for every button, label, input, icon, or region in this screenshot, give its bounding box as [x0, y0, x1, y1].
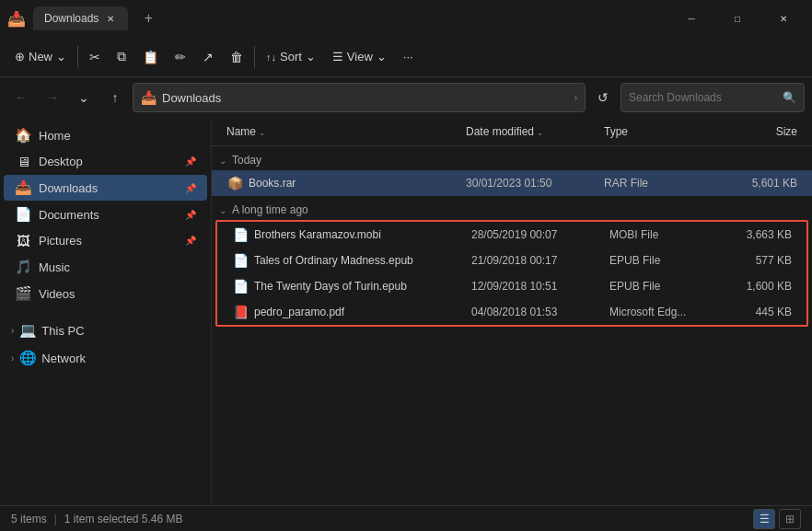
downloads-label: Downloads: [39, 181, 178, 195]
col-header-date[interactable]: Date modified ⌄: [458, 121, 597, 142]
sidebar-item-downloads[interactable]: 📥 Downloads 📌: [4, 175, 207, 201]
file-name-tales-ordinary-madness: 📄 Tales of Ordinary Madness.epub: [225, 253, 464, 268]
sort-updown-icon: ↑↓: [266, 52, 276, 63]
tales-ordinary-madness-type: EPUB File: [602, 254, 713, 267]
app-icon: 📥: [7, 10, 26, 28]
recent-locations-button[interactable]: ⌄: [70, 84, 98, 111]
new-chevron-icon: ⌄: [56, 50, 66, 63]
path-label: Downloads: [162, 91, 569, 105]
brothers-karamazov-type: MOBI File: [602, 228, 713, 241]
tales-ordinary-madness-name: Tales of Ordinary Madness.epub: [254, 254, 413, 267]
sidebar-item-videos[interactable]: 🎬 Videos: [4, 281, 207, 306]
file-area: Name ⌄ Date modified ⌄ Type Size ⌄ Today…: [212, 118, 812, 505]
view-button[interactable]: ☰ View ⌄: [325, 45, 394, 68]
forward-button[interactable]: →: [39, 84, 66, 111]
brothers-karamazov-name: Brothers Karamazov.mobi: [254, 228, 381, 241]
list-view-button[interactable]: ☰: [753, 509, 775, 529]
tab-downloads[interactable]: Downloads ✕: [33, 6, 128, 30]
view-toggle-group: ☰ ⊞: [753, 509, 801, 529]
file-row-pedro-paramo[interactable]: 📕 pedro_paramo.pdf 04/08/2018 01:53 Micr…: [217, 299, 806, 325]
documents-icon: 📄: [15, 206, 31, 223]
file-row-brothers-karamazov[interactable]: 📄 Brothers Karamazov.mobi 28/05/2019 00:…: [217, 222, 806, 248]
sidebar-item-documents[interactable]: 📄 Documents 📌: [4, 202, 207, 227]
more-options-button[interactable]: ···: [396, 45, 421, 68]
maximize-button[interactable]: □: [716, 6, 759, 31]
new-label: New: [29, 50, 52, 63]
main-content: 🏠 Home 🖥 Desktop 📌 📥 Downloads 📌 📄 Docum…: [0, 118, 812, 505]
epub-icon-1: 📄: [232, 253, 249, 268]
brothers-karamazov-date: 28/05/2019 00:07: [464, 228, 602, 241]
title-bar: 📥 Downloads ✕ + ─ □ ✕: [0, 0, 812, 37]
cut-button[interactable]: ✂: [82, 45, 108, 69]
file-name-books-rar: 📦 Books.rar: [219, 176, 458, 190]
search-input[interactable]: [629, 91, 777, 104]
twenty-days-turin-size: 1,600 KB: [713, 280, 799, 293]
rar-icon: 📦: [226, 176, 243, 190]
twenty-days-turin-name: The Twenty Days of Turin.epub: [254, 280, 407, 293]
view-chevron-icon: ⌄: [377, 50, 387, 63]
detail-view-icon: ⊞: [785, 513, 795, 525]
sort-button[interactable]: ↑↓ Sort ⌄: [259, 45, 323, 68]
group-longtime[interactable]: ⌄ A long time ago: [212, 196, 812, 220]
sidebar-item-desktop[interactable]: 🖥 Desktop 📌: [4, 149, 207, 174]
longtime-label: A long time ago: [232, 203, 308, 216]
file-row-books-rar[interactable]: 📦 Books.rar 30/01/2023 01:50 RAR File 5,…: [212, 170, 812, 196]
minimize-button[interactable]: ─: [670, 6, 713, 31]
rename-button[interactable]: ✏: [168, 45, 193, 69]
desktop-icon: 🖥: [15, 154, 31, 169]
status-separator: |: [54, 513, 57, 525]
pictures-icon: 🖼: [15, 233, 31, 248]
up-button[interactable]: ↑: [101, 84, 129, 111]
desktop-label: Desktop: [39, 155, 178, 168]
sidebar-item-pictures[interactable]: 🖼 Pictures 📌: [4, 228, 207, 253]
file-row-tales-ordinary-madness[interactable]: 📄 Tales of Ordinary Madness.epub 21/09/2…: [217, 248, 806, 273]
documents-pin-icon: 📌: [185, 210, 196, 220]
address-path[interactable]: 📥 Downloads ›: [133, 83, 586, 112]
sidebar-group-network[interactable]: › 🌐 Network: [4, 344, 207, 370]
videos-icon: 🎬: [15, 285, 31, 302]
cut-icon: ✂: [89, 50, 100, 64]
search-icon: 🔍: [783, 91, 796, 104]
group-today[interactable]: ⌄ Today: [212, 146, 812, 170]
col-header-type[interactable]: Type: [597, 121, 707, 142]
view-label: View: [347, 50, 373, 63]
sidebar: 🏠 Home 🖥 Desktop 📌 📥 Downloads 📌 📄 Docum…: [0, 118, 212, 505]
sort-label: Sort: [280, 50, 302, 63]
sidebar-item-home[interactable]: 🏠 Home: [4, 122, 207, 148]
copy-icon: ⧉: [117, 49, 126, 64]
search-box[interactable]: 🔍: [621, 83, 805, 112]
col-header-name[interactable]: Name ⌄: [219, 121, 458, 142]
back-button[interactable]: ←: [7, 84, 35, 111]
pdf-icon: 📕: [232, 305, 249, 319]
list-view-icon: ☰: [760, 513, 770, 525]
file-name-twenty-days-turin: 📄 The Twenty Days of Turin.epub: [225, 279, 464, 294]
downloads-icon: 📥: [15, 179, 31, 196]
column-header: Name ⌄ Date modified ⌄ Type Size: [212, 118, 812, 146]
detail-view-button[interactable]: ⊞: [779, 509, 801, 529]
copy-button[interactable]: ⧉: [110, 44, 133, 69]
pictures-pin-icon: 📌: [185, 236, 196, 246]
pedro-paramo-type: Microsoft Edg...: [602, 306, 713, 318]
books-rar-date: 30/01/2023 01:50: [458, 177, 597, 190]
network-icon: 🌐: [19, 350, 36, 366]
thispc-chevron-icon: ›: [11, 326, 14, 336]
new-icon: ⊕: [15, 50, 25, 63]
music-label: Music: [39, 260, 196, 274]
today-chevron-icon: ⌄: [219, 156, 226, 166]
share-button[interactable]: ↗: [195, 45, 221, 69]
selected-info: 1 item selected 5.46 MB: [64, 513, 183, 525]
file-row-twenty-days-turin[interactable]: 📄 The Twenty Days of Turin.epub 12/09/20…: [217, 273, 806, 299]
new-button[interactable]: ⊕ New ⌄: [7, 45, 74, 68]
paste-button[interactable]: 📋: [135, 45, 166, 69]
rename-icon: ✏: [175, 50, 186, 64]
delete-button[interactable]: 🗑: [223, 45, 250, 69]
home-icon: 🏠: [15, 127, 31, 144]
refresh-button[interactable]: ↺: [589, 84, 617, 111]
tab-close-btn[interactable]: ✕: [104, 12, 117, 25]
sidebar-item-music[interactable]: 🎵 Music: [4, 254, 207, 280]
new-tab-button[interactable]: +: [135, 6, 161, 31]
close-button[interactable]: ✕: [762, 6, 805, 31]
view-icon: ☰: [332, 50, 343, 63]
sidebar-group-thispc[interactable]: › 💻 This PC: [4, 317, 207, 342]
col-header-size[interactable]: Size: [707, 121, 805, 142]
